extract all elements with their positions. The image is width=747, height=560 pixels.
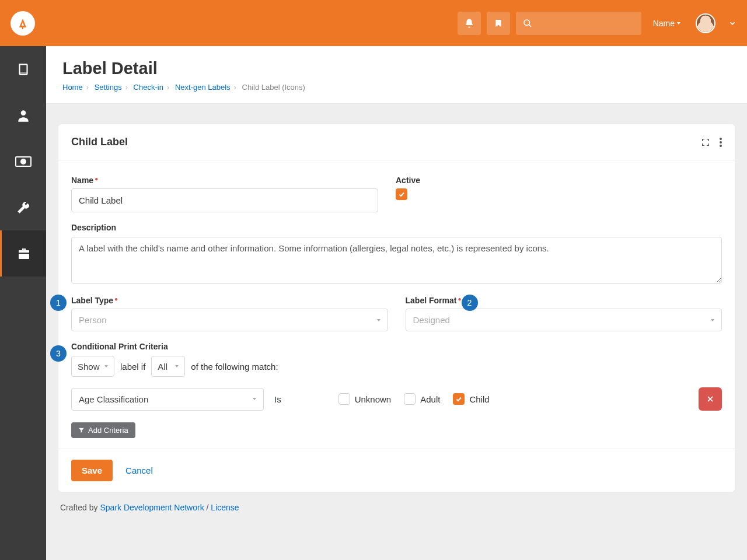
bc-nextgen[interactable]: Next-gen Labels (175, 83, 231, 92)
svg-point-4 (21, 159, 26, 164)
all-select[interactable]: All (151, 356, 185, 377)
name-label: Name● (71, 176, 378, 185)
panel-child-label: Child Label Name● Active (58, 124, 735, 492)
criteria-label: Conditional Print Criteria (71, 342, 722, 351)
callout-1: 1 (50, 295, 67, 311)
bc-home[interactable]: Home (62, 83, 83, 92)
page-title: Label Detail (62, 59, 731, 78)
user-name-label: Name (653, 19, 675, 28)
label-format-label: Label Format● (406, 296, 722, 305)
active-label: Active (396, 176, 722, 185)
description-field[interactable]: A label with the child's name and other … (71, 237, 722, 284)
checkbox-child[interactable] (453, 393, 465, 405)
label-type-label: Label Type● (71, 296, 388, 305)
sidebar-item-toolbox[interactable] (0, 230, 46, 276)
content-area: Label Detail Home› Settings› Check-in› N… (46, 46, 747, 560)
svg-line-1 (529, 24, 531, 27)
following-text: of the following match: (191, 362, 278, 372)
spark-link[interactable]: Spark Development Network (100, 503, 204, 512)
checkbox-adult[interactable] (404, 393, 416, 405)
active-checkbox[interactable] (396, 188, 407, 200)
name-field[interactable] (71, 188, 378, 212)
filter-icon (78, 427, 85, 433)
label-type-select[interactable]: Person (71, 309, 388, 331)
bc-current: Child Label (Icons) (242, 83, 305, 92)
caret-down-icon (677, 22, 680, 24)
app-header: Name (0, 0, 747, 46)
kebab-icon[interactable] (720, 138, 722, 147)
app-logo[interactable] (11, 11, 35, 36)
avatar[interactable] (696, 13, 715, 33)
search-icon (523, 19, 532, 28)
svg-point-7 (720, 145, 722, 147)
expand-icon[interactable] (701, 138, 710, 147)
bell-icon[interactable] (458, 12, 481, 35)
breadcrumb: Home› Settings› Check-in› Next-gen Label… (62, 83, 731, 92)
sidebar-item-book[interactable] (0, 46, 46, 92)
add-criteria-button[interactable]: Add Criteria (71, 422, 135, 438)
callout-2: 2 (462, 295, 478, 311)
bc-settings[interactable]: Settings (95, 83, 122, 92)
panel-title: Child Label (71, 136, 128, 148)
option-unknown[interactable]: Unknown (338, 393, 392, 405)
sidebar-item-person[interactable] (0, 92, 46, 138)
sidebar-item-wrench[interactable] (0, 184, 46, 230)
svg-point-5 (720, 138, 722, 140)
callout-3: 3 (50, 345, 67, 362)
label-if-text: label if (120, 362, 145, 372)
svg-point-2 (20, 110, 26, 116)
delete-criteria-button[interactable] (699, 387, 722, 411)
is-text: Is (274, 394, 281, 404)
search-input[interactable] (516, 12, 641, 35)
svg-point-0 (524, 20, 529, 25)
checkbox-unknown[interactable] (338, 393, 350, 405)
svg-point-6 (720, 141, 722, 144)
criteria-field-select[interactable]: Age Classification (71, 388, 264, 411)
cancel-button[interactable]: Cancel (125, 466, 153, 475)
bc-checkin[interactable]: Check-in (134, 83, 163, 92)
chevron-down-icon[interactable] (728, 19, 736, 27)
description-label: Description (71, 223, 722, 232)
option-child[interactable]: Child (453, 393, 489, 405)
sidebar-item-money[interactable] (0, 138, 46, 184)
show-select[interactable]: Show (71, 356, 114, 377)
footer-credit: Crafted by Spark Development Network / L… (58, 492, 735, 523)
bookmark-icon[interactable] (487, 12, 510, 35)
save-button[interactable]: Save (71, 460, 113, 481)
user-name-dropdown[interactable]: Name (653, 19, 680, 28)
label-format-select[interactable]: Designed (406, 309, 722, 331)
option-adult[interactable]: Adult (404, 393, 440, 405)
license-link[interactable]: License (211, 503, 239, 512)
sidebar (0, 46, 46, 560)
